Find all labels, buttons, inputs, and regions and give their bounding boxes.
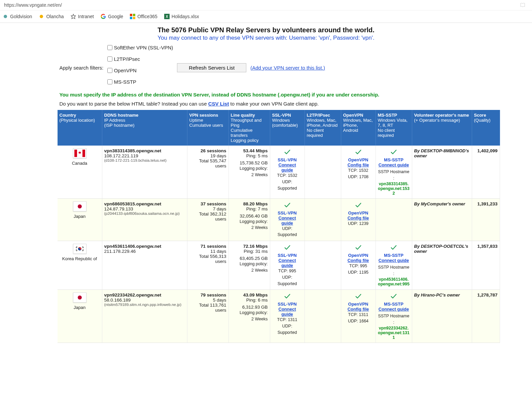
throughput: 88.20 Mbps [231,201,268,206]
bookmark-item[interactable]: Office365 [130,14,157,19]
table-row: Japanvpn922334262.opengw.net58.0.166.189… [58,290,500,343]
bookmark-item[interactable]: XHolidays.xlsx [164,14,199,19]
mssstp-label: MS-SSTP [378,302,410,307]
operator-name: By Hirano-PC's owner [414,292,460,298]
country-name: Japan [60,214,100,219]
svg-marker-2 [71,14,75,18]
svg-point-1 [40,15,43,18]
bookmark-item[interactable]: Google [101,14,123,19]
th-ovpn: OpenVPNWindows, Mac,iPhone, Android [341,110,376,146]
check-icon [272,201,303,210]
table-row: Korea Republic ofvpn453611406.opengw.net… [58,241,500,290]
sslvpn-connect-link[interactable]: Connect guide [279,258,296,268]
th-ssl: SSL-VPNWindows(comfortable) [270,110,305,146]
openvpn-config-link[interactable]: Config file [348,258,369,263]
bookmark-item[interactable]: Olancha [39,14,64,19]
bookmark-item[interactable]: Goldvision [3,14,32,19]
sslvpn-connect-link[interactable]: Connect guide [279,162,296,172]
openvpn-config-link[interactable]: Config file [348,215,369,221]
filter-checkbox[interactable] [107,68,112,73]
flag-icon [73,244,86,254]
openvpn-label: OpenVPN [343,302,374,307]
svg-rect-5 [130,17,132,19]
page-title: The 5076 Public VPN Relay Servers by vol… [58,26,475,34]
filter-option[interactable]: MS-SSTP [107,79,173,85]
bookmark-icon [3,14,8,19]
transfers: 32,056.40 GB [231,213,268,219]
parse-note: Do you want to parse the below HTML tabl… [60,101,475,107]
sslvpn-connect-link[interactable]: Connect guide [279,215,296,226]
sstp-hostname: vpn922334262.opengw.net:1311 [378,326,410,340]
sslvpn-label: SSL-VPN [272,157,303,162]
cumulative-users: Total 362,312 users [189,211,226,222]
th-quality: Line qualityThroughput and PingCumulativ… [228,110,270,146]
openvpn-label: OpenVPN [343,210,374,215]
sstp-hostname: vpn383314385.opengw.net:1532 [378,182,410,196]
address-bar [0,0,532,10]
score: 1,278,787 [472,290,500,343]
filters-label: Apply search filters: [60,65,104,71]
mssstp-label: MS-SSTP [378,253,410,258]
filter-checkbox[interactable] [107,56,112,62]
transfers: 63,405.25 GB [231,256,268,261]
uptime: 7 days [189,206,226,211]
isp-hostname: (ntsitm579189.sitm.nt.ngn.ppp.infoweb.ne… [104,303,185,307]
score: 1,357,833 [472,241,500,290]
refresh-button[interactable]: Refresh Servers List [177,63,246,72]
openvpn-config-link[interactable]: Config file [348,162,369,167]
flag-icon [73,148,86,158]
svg-rect-11 [82,150,85,157]
sessions-count: 71 sessions [189,244,226,249]
page-content: The 5076 Public VPN Relay Servers by vol… [58,23,475,343]
logging-policy: Logging policy: [231,219,268,225]
bookmark-icon [130,14,135,19]
bookmark-icon [101,14,106,19]
svg-point-29 [78,296,82,300]
logging-policy: Logging policy: [231,165,268,172]
filters-row: Apply search filters: SoftEther VPN (SSL… [60,45,475,90]
openvpn-label: OpenVPN [343,157,374,162]
reading-view-icon[interactable] [520,2,526,8]
check-icon [343,292,374,301]
mssstp-label: MS-SSTP [378,157,410,162]
sessions-count: 79 sessions [189,292,226,298]
ip-address: 124.87.79.133 [104,206,185,211]
isp-hostname: (d108-172-221-119.bchsia.telus.net) [104,158,185,162]
table-row: Canadavpn383314385.opengw.net108.172.221… [58,146,500,198]
check-icon [343,244,374,252]
country-name: Canada [60,161,100,166]
logging-policy: Logging policy: [231,261,268,267]
cumulative-users: Total 535,747 users [189,158,226,168]
throughput: 43.09 Mbps [231,292,268,298]
table-row: Japanvpn686053815.opengw.net124.87.79.13… [58,198,500,241]
csv-list-link[interactable]: CSV List [208,101,229,107]
filter-option[interactable]: L2TP/IPsec [107,56,173,62]
bookmark-label: Office365 [137,14,157,19]
filter-option[interactable]: SoftEther VPN (SSL-VPN) [107,45,173,50]
country-name: Japan [60,305,100,310]
check-icon [272,244,303,252]
sessions-count: 26 sessions [189,148,226,153]
bookmark-label: Goldvision [10,14,32,19]
flag-icon [73,292,86,303]
filter-checkbox[interactable] [107,79,112,84]
url-input[interactable] [3,2,520,8]
score: 1,391,233 [472,198,500,241]
openvpn-label: OpenVPN [343,253,374,258]
bookmark-icon [71,14,76,19]
filter-checkbox[interactable] [107,45,112,50]
ip-address: 211.178.229.46 [104,249,185,254]
openvpn-config-link[interactable]: Config file [348,307,369,312]
mssstp-connect-link[interactable]: Connect guide [379,307,409,312]
ping: Ping: 7 ms [231,206,268,211]
mssstp-connect-link[interactable]: Connect guide [379,162,409,167]
filter-option[interactable]: OpenVPN [107,68,173,73]
transfers: 6,312.93 GB [231,305,268,310]
bookmark-item[interactable]: Intranet [71,14,94,19]
sslvpn-connect-link[interactable]: Connect guide [279,307,296,317]
bookmark-label: Olancha [46,14,64,19]
add-server-link[interactable]: (Add your VPN server to this list.) [250,65,325,71]
mssstp-connect-link[interactable]: Connect guide [379,258,409,263]
check-icon [272,292,303,301]
th-country: Country(Physical location) [58,110,102,146]
